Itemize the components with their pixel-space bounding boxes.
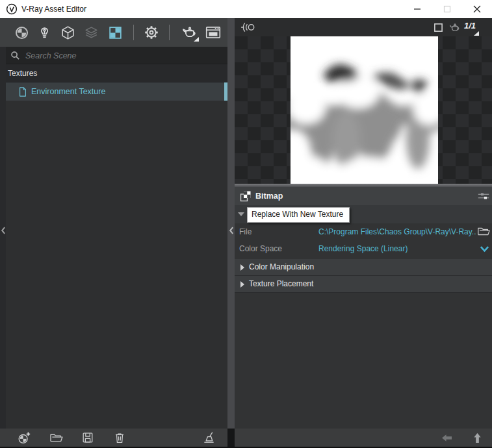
vray-asset-editor-window: V-Ray Asset Editor [0, 0, 492, 448]
caret-right-icon [240, 281, 244, 288]
light-bulb-icon[interactable] [36, 24, 53, 41]
preview-size-label[interactable]: 1/1 [464, 21, 476, 31]
toolbar-separator [133, 25, 134, 40]
bitmap-title: Bitmap [255, 187, 283, 205]
replace-dropdown-triangle[interactable] [238, 212, 244, 216]
panel-collapse-strip [0, 47, 6, 429]
toolbar-separator [169, 25, 170, 40]
preview-size-dropdown-triangle[interactable] [474, 31, 479, 36]
asset-category-toolbar [0, 18, 227, 47]
section-color-manipulation[interactable]: Color Manipulation [235, 259, 492, 276]
panel-splitter[interactable] [227, 18, 235, 429]
cube-icon[interactable] [59, 24, 76, 41]
footer-divider [227, 429, 235, 447]
flat-preview-icon[interactable] [434, 23, 443, 32]
texture-checker-icon[interactable] [107, 24, 123, 41]
teapot-preview-icon[interactable] [448, 23, 461, 32]
section-label: Texture Placement [249, 276, 313, 292]
list-section-header: Textures [0, 64, 227, 82]
up-arrow-icon[interactable] [470, 430, 484, 445]
texture-preview-canvas [235, 36, 492, 184]
close-button[interactable] [462, 0, 492, 18]
asset-list-panel: Textures Environment Texture [0, 18, 227, 429]
bitmap-section-header: Bitmap [235, 187, 492, 206]
search-input[interactable] [24, 48, 215, 63]
color-space-row: Color Space Rendering Space (Linear) [235, 240, 492, 257]
render-dropdown-triangle[interactable] [194, 37, 199, 42]
delete-icon[interactable] [112, 430, 127, 445]
color-space-value[interactable]: Rendering Space (Linear) [318, 240, 408, 257]
folder-open-icon[interactable] [477, 226, 490, 237]
caret-right-icon [240, 264, 244, 271]
open-folder-icon[interactable] [49, 430, 63, 445]
window-title: V-Ray Asset Editor [21, 0, 86, 18]
collapse-left-panel-icon[interactable] [0, 225, 6, 236]
section-label: Color Manipulation [249, 259, 314, 275]
list-item-environment-texture[interactable]: Environment Texture [0, 82, 227, 101]
title-bar: V-Ray Asset Editor [0, 0, 492, 18]
file-label: File [239, 223, 252, 240]
footer-toolbar [0, 429, 492, 447]
texture-detail-panel: 1/1 [235, 18, 492, 429]
sliders-icon[interactable] [477, 190, 490, 202]
color-space-label: Color Space [239, 240, 282, 257]
search-bar [0, 47, 227, 64]
vray-logo-icon [6, 3, 18, 15]
back-arrow-icon[interactable] [439, 430, 454, 445]
file-path-value[interactable]: C:\Program Files\Chaos Group\V-Ray\V-Ray… [318, 223, 476, 240]
bitmap-checker-icon [239, 190, 252, 203]
frame-buffer-window-icon[interactable] [205, 24, 222, 41]
tooltip: Replace With New Texture [247, 207, 350, 223]
texture-file-icon [18, 86, 27, 97]
gear-icon[interactable] [143, 24, 160, 41]
chevron-down-icon[interactable] [480, 245, 489, 253]
search-icon [10, 51, 20, 60]
section-texture-placement[interactable]: Texture Placement [235, 276, 492, 293]
collapse-properties-icon[interactable] [227, 225, 235, 236]
detach-preview-icon[interactable] [240, 22, 256, 32]
maximize-button[interactable] [432, 0, 462, 18]
add-asset-icon[interactable] [17, 430, 31, 445]
preview-toolbar: 1/1 [235, 18, 492, 36]
file-row: File C:\Program Files\Chaos Group\V-Ray\… [235, 223, 492, 240]
layers-icon[interactable] [83, 24, 99, 41]
save-icon[interactable] [81, 430, 95, 445]
purge-icon[interactable] [201, 430, 216, 445]
texture-preview-image [291, 36, 438, 184]
materials-sphere-icon[interactable] [13, 24, 30, 41]
minimize-button[interactable] [402, 0, 432, 18]
list-item-label: Environment Texture [31, 82, 105, 101]
